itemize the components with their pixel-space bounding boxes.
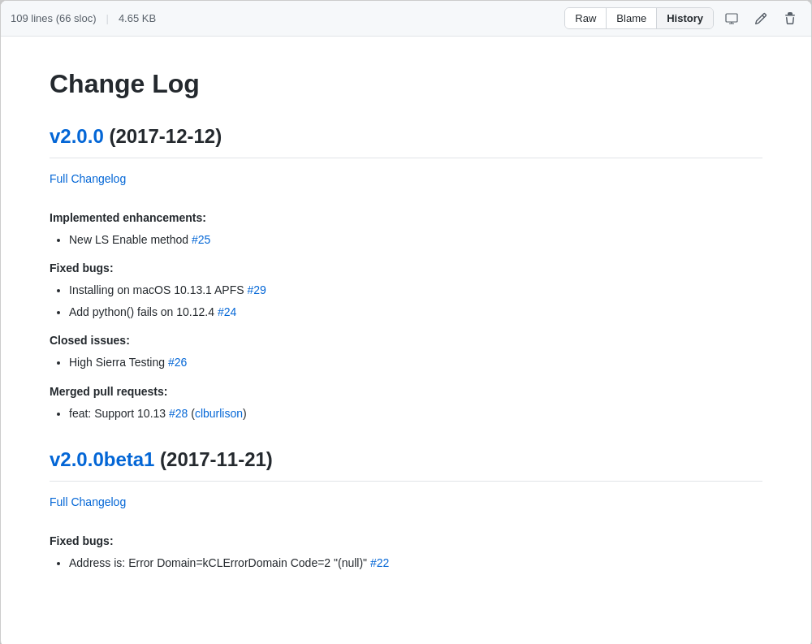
list-item: Address is: Error Domain=kCLErrorDomain … xyxy=(69,554,762,572)
section-label-enhancements: Implemented enhancements: xyxy=(50,211,762,224)
full-changelog-link-v2.0.0beta1[interactable]: Full Changelog xyxy=(50,495,126,508)
list-item: Add python() fails on 10.12.4 #24 xyxy=(69,303,762,321)
fixed-bugs-list: Installing on macOS 10.13.1 APFS #29 Add… xyxy=(69,281,762,321)
toolbar: 109 lines (66 sloc) | 4.65 KB Raw Blame … xyxy=(1,1,811,37)
file-size: 4.65 KB xyxy=(119,12,156,24)
display-button[interactable] xyxy=(720,9,743,28)
view-mode-buttons: Raw Blame History xyxy=(564,7,714,29)
item-text: Installing on macOS 10.13.1 APFS xyxy=(69,283,247,296)
full-changelog-link-v2.0.0[interactable]: Full Changelog xyxy=(50,172,126,185)
version-link-v2.0.0beta1[interactable]: v2.0.0beta1 xyxy=(50,448,154,470)
version-date-v2.0.0: (2017-12-12) xyxy=(104,125,222,147)
version-date-v2.0.0beta1: (2017-11-21) xyxy=(154,448,272,470)
blame-button[interactable]: Blame xyxy=(607,8,657,28)
main-content: Change Log v2.0.0 (2017-12-12) Full Chan… xyxy=(1,37,811,644)
issue-link-29[interactable]: #29 xyxy=(247,283,266,296)
history-button[interactable]: History xyxy=(657,8,713,28)
item-text: Add python() fails on 10.12.4 xyxy=(69,305,218,318)
item-text: feat: Support 10.13 xyxy=(69,407,169,420)
item-text: New LS Enable method xyxy=(69,233,192,246)
enhancements-list: New LS Enable method #25 xyxy=(69,231,762,249)
list-item: High Sierra Testing #26 xyxy=(69,353,762,371)
issue-link-26[interactable]: #26 xyxy=(168,356,187,369)
issue-link-24[interactable]: #24 xyxy=(218,305,236,318)
section-label-merged-prs: Merged pull requests: xyxy=(50,385,762,398)
closed-issues-list: High Sierra Testing #26 xyxy=(69,353,762,371)
version-link-v2.0.0[interactable]: v2.0.0 xyxy=(50,125,104,147)
raw-button[interactable]: Raw xyxy=(565,8,607,28)
display-icon xyxy=(725,12,738,25)
list-item: Installing on macOS 10.13.1 APFS #29 xyxy=(69,281,762,299)
edit-button[interactable] xyxy=(749,9,772,28)
item-text: High Sierra Testing xyxy=(69,356,168,369)
version-heading-v2.0.0beta1: v2.0.0beta1 (2017-11-21) xyxy=(50,448,762,482)
line-count: 109 lines (66 sloc) xyxy=(11,12,97,24)
merged-prs-list: feat: Support 10.13 #28 (clburlison) xyxy=(69,404,762,422)
delete-button[interactable] xyxy=(779,9,801,28)
section-label-fixed-bugs: Fixed bugs: xyxy=(50,261,762,274)
version-heading-v2.0.0: v2.0.0 (2017-12-12) xyxy=(50,125,762,158)
list-item: New LS Enable method #25 xyxy=(69,231,762,249)
list-item: feat: Support 10.13 #28 (clburlison) xyxy=(69,404,762,422)
delete-icon xyxy=(784,12,797,25)
item-text: Address is: Error Domain=kCLErrorDomain … xyxy=(69,556,370,569)
section-label-fixed-bugs-beta: Fixed bugs: xyxy=(50,534,762,547)
toolbar-actions: Raw Blame History xyxy=(564,7,801,29)
issue-link-25[interactable]: #25 xyxy=(192,233,210,246)
version-section-v2.0.0: v2.0.0 (2017-12-12) Full Changelog Imple… xyxy=(50,125,762,422)
page-title: Change Log xyxy=(50,69,762,99)
fixed-bugs-beta-list: Address is: Error Domain=kCLErrorDomain … xyxy=(69,554,762,572)
item-extra: ( xyxy=(188,407,195,420)
svg-rect-0 xyxy=(726,14,737,22)
section-label-closed-issues: Closed issues: xyxy=(50,334,762,347)
item-end: ) xyxy=(243,407,247,420)
issue-link-28[interactable]: #28 xyxy=(169,407,188,420)
file-info: 109 lines (66 sloc) | 4.65 KB xyxy=(11,12,156,24)
version-section-v2.0.0beta1: v2.0.0beta1 (2017-11-21) Full Changelog … xyxy=(50,448,762,572)
edit-icon xyxy=(754,12,767,25)
user-link-clburlison[interactable]: clburlison xyxy=(195,407,243,420)
main-window: 109 lines (66 sloc) | 4.65 KB Raw Blame … xyxy=(0,0,812,644)
separator: | xyxy=(106,12,109,24)
issue-link-22[interactable]: #22 xyxy=(370,556,389,569)
